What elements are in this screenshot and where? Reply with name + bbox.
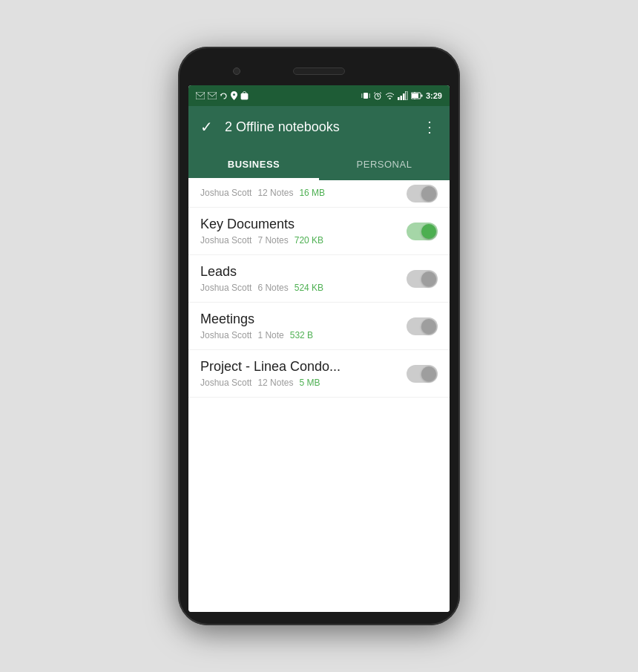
notebook-title-key-documents: Key Documents (200, 217, 438, 232)
toggle-switch-partial[interactable] (407, 185, 438, 202)
svg-rect-6 (364, 93, 368, 99)
app-bar-title: 2 Offline notebooks (225, 119, 422, 135)
notebook-notes-key-documents: 7 Notes (257, 235, 288, 246)
gmail-icon (196, 92, 205, 99)
notebook-meta-meetings: Joshua Scott 1 Note 532 B (200, 330, 438, 340)
svg-rect-19 (398, 97, 400, 100)
status-icons-right: 3:29 (361, 91, 442, 100)
status-bar: 3:29 (188, 85, 450, 106)
svg-point-3 (233, 93, 235, 96)
phone-screen: 3:29 ✓ 2 Offline notebooks ⋮ BUSINESS PE… (188, 85, 450, 612)
notebooks-list: Joshua Scott 12 Notes 16 MB Key Document… (188, 180, 450, 612)
notebook-item-leads: Leads Joshua Scott 6 Notes 524 KB (188, 255, 450, 303)
svg-rect-1 (208, 92, 217, 99)
notebook-size-meetings: 532 B (290, 330, 313, 340)
svg-rect-22 (405, 91, 407, 100)
vibrate-icon (361, 91, 370, 100)
toggle-project-linea[interactable] (407, 365, 438, 383)
notebook-size-partial: 16 MB (299, 188, 325, 198)
svg-rect-20 (400, 96, 402, 100)
notebook-title-meetings: Meetings (200, 312, 438, 327)
gmail2-icon (208, 92, 217, 99)
toggle-switch-meetings[interactable] (407, 317, 438, 335)
toggle-key-documents[interactable] (407, 223, 438, 240)
signal-icon (398, 91, 408, 100)
notebook-item-key-documents: Key Documents Joshua Scott 7 Notes 720 K… (188, 208, 450, 255)
tab-personal[interactable]: PERSONAL (319, 148, 450, 180)
alarm-icon (373, 91, 382, 100)
notebook-owner-meetings: Joshua Scott (200, 330, 251, 340)
status-time: 3:29 (426, 91, 442, 100)
svg-line-16 (374, 93, 375, 94)
location-icon (231, 91, 237, 100)
toggle-knob-project-linea (421, 366, 436, 381)
tab-personal-label: PERSONAL (357, 159, 412, 170)
notebook-owner-key-documents: Joshua Scott (200, 235, 251, 246)
notebook-title-project-linea: Project - Linea Condo... (200, 359, 438, 375)
refresh-icon (220, 92, 228, 100)
notebook-owner-partial: Joshua Scott (200, 188, 251, 198)
toggle-knob-partial (421, 186, 436, 201)
notebook-notes-partial: 12 Notes (257, 188, 293, 198)
toggle-knob-key-documents (421, 224, 436, 239)
wifi-icon (385, 92, 395, 99)
notebook-notes-leads: 6 Notes (257, 283, 288, 293)
toggle-partial[interactable] (407, 185, 438, 202)
notebook-item-project-linea: Project - Linea Condo... Joshua Scott 12… (188, 350, 450, 398)
notebook-owner-leads: Joshua Scott (200, 283, 251, 293)
toggle-knob-leads (421, 271, 436, 286)
toggle-leads[interactable] (407, 270, 438, 288)
battery-icon (411, 92, 423, 99)
notebook-meta-leads: Joshua Scott 6 Notes 524 KB (200, 283, 438, 293)
svg-rect-0 (196, 92, 205, 99)
toggle-meetings[interactable] (407, 317, 438, 335)
toggle-switch-project-linea[interactable] (407, 365, 438, 383)
front-camera (233, 67, 240, 75)
notebook-size-key-documents: 720 KB (295, 235, 323, 246)
bag-icon (240, 91, 249, 100)
tabs-container: BUSINESS PERSONAL (188, 148, 450, 180)
status-icons-left (196, 91, 249, 100)
svg-rect-25 (421, 95, 422, 97)
notebook-item-partial: Joshua Scott 12 Notes 16 MB (188, 180, 450, 208)
notebook-meta-project-linea: Joshua Scott 12 Notes 5 MB (200, 378, 438, 388)
notebook-size-project-linea: 5 MB (299, 378, 320, 388)
notebook-size-leads: 524 KB (295, 283, 323, 293)
notebook-owner-project-linea: Joshua Scott (200, 378, 251, 388)
notebook-title-leads: Leads (200, 264, 438, 280)
svg-rect-21 (403, 93, 405, 100)
svg-rect-24 (412, 93, 418, 98)
toggle-switch-key-documents[interactable] (407, 223, 438, 240)
tab-business[interactable]: BUSINESS (188, 148, 319, 180)
notebook-notes-meetings: 1 Note (257, 330, 283, 340)
earpiece-speaker (293, 67, 345, 75)
check-icon[interactable]: ✓ (200, 118, 213, 136)
toggle-switch-leads[interactable] (407, 270, 438, 288)
notebook-meta-key-documents: Joshua Scott 7 Notes 720 KB (200, 235, 438, 246)
notebook-notes-project-linea: 12 Notes (257, 378, 293, 388)
svg-line-17 (380, 93, 381, 94)
more-options-icon[interactable]: ⋮ (422, 118, 438, 136)
toggle-knob-meetings (421, 319, 436, 334)
notebook-item-meetings: Meetings Joshua Scott 1 Note 532 B (188, 303, 450, 350)
phone-top-bar (188, 60, 450, 82)
app-bar: ✓ 2 Offline notebooks ⋮ (188, 106, 450, 148)
tab-business-label: BUSINESS (228, 159, 280, 170)
phone-device: 3:29 ✓ 2 Offline notebooks ⋮ BUSINESS PE… (178, 47, 460, 625)
svg-rect-4 (241, 93, 248, 99)
